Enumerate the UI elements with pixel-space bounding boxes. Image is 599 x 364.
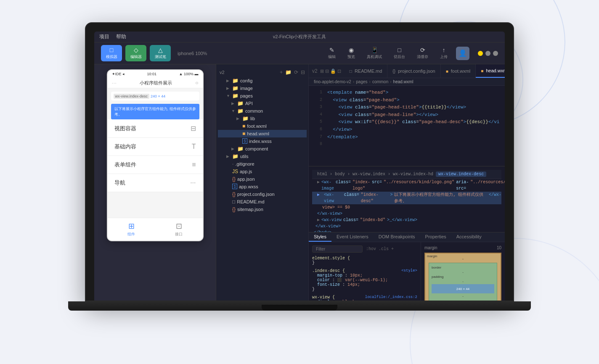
tree-item-readme[interactable]: □ README.md bbox=[218, 198, 307, 206]
toolbar-action-upload[interactable]: ↑ 上传 bbox=[437, 46, 451, 61]
tree-item-app-js[interactable]: JS app.js bbox=[218, 168, 307, 175]
line-number-6: 6 bbox=[312, 126, 322, 133]
toolbar-btn-simulator[interactable]: □ 模拟器 bbox=[101, 45, 122, 61]
tree-item-sitemap[interactable]: {} sitemap.json bbox=[218, 206, 307, 213]
toolbar-action-preview[interactable]: ◉ 预览 bbox=[344, 46, 358, 61]
breadcrumb-part-2: common bbox=[372, 79, 388, 84]
folder-icon: 📁 bbox=[237, 100, 244, 106]
gitignore-file-icon: · bbox=[232, 161, 233, 167]
toolbar-action-device-debug[interactable]: 📱 真机调试 bbox=[363, 46, 385, 61]
clear-cache-label: 清缓存 bbox=[417, 54, 428, 60]
tree-item-config[interactable]: ▶ 📁 config bbox=[218, 77, 307, 84]
folder-icon: 📁 bbox=[237, 146, 244, 152]
phone-menu-icon-3: ··· bbox=[190, 179, 196, 187]
devtools-bc-wxview-index[interactable]: wx-view.index bbox=[353, 172, 385, 177]
color-swatch bbox=[337, 278, 342, 282]
menu-item-help[interactable]: 帮助 bbox=[116, 33, 126, 40]
background-icon: □ bbox=[398, 47, 401, 53]
folder-icon: 📁 bbox=[232, 153, 239, 159]
dom-attr-class: class= bbox=[344, 192, 359, 204]
refresh-icon[interactable]: ⟳ bbox=[294, 69, 298, 75]
toolbar-btn-editor[interactable]: ◇ 编辑器 bbox=[125, 45, 146, 61]
devtools-tab-event-listeners[interactable]: Event Listeners bbox=[331, 232, 374, 242]
code-editor[interactable]: 1 <template name="head"> 2 <view class="… bbox=[309, 86, 505, 166]
toolbar-action-edit[interactable]: ✎ 编辑 bbox=[325, 46, 339, 61]
tree-item-component[interactable]: ▶ 📁 component bbox=[218, 145, 307, 153]
new-file-icon[interactable]: + bbox=[280, 69, 283, 75]
phone-tab-interface[interactable]: ⊡ 接口 bbox=[175, 222, 183, 237]
tree-item-gitignore[interactable]: · .gitignore bbox=[218, 160, 307, 168]
toolbar-left: □ 模拟器 ◇ 编辑器 △ 测试笔 iphone6 100% bbox=[101, 45, 207, 61]
tree-item-label: lib bbox=[250, 116, 255, 121]
tree-item-foot-wxml[interactable]: ■ foot.wxml bbox=[218, 122, 307, 130]
new-folder-icon[interactable]: 📁 bbox=[285, 69, 292, 75]
tree-item-app-wxss[interactable]: 🅂 app.wxss bbox=[218, 183, 307, 190]
tree-item-utils[interactable]: ▶ 📁 utils bbox=[218, 153, 307, 160]
code-content-5: <view wx:if="{{desc}}" class="page-head-… bbox=[327, 119, 499, 126]
js-file-icon: JS bbox=[232, 169, 238, 174]
phone-menu-item-0[interactable]: 视图容器 ⊟ bbox=[108, 119, 203, 138]
dom-arrow-bd[interactable]: ▶ bbox=[317, 217, 320, 223]
style-close-brace: } bbox=[312, 287, 315, 292]
minimize-button[interactable] bbox=[478, 51, 483, 56]
tree-item-project-config[interactable]: {} project.config.json bbox=[218, 190, 307, 198]
tree-item-common[interactable]: ▼ 📁 common bbox=[218, 107, 307, 115]
code-line-7: 7 </template> bbox=[309, 134, 505, 141]
dom-class-val: "index-desc" bbox=[361, 192, 389, 204]
dom-expand-arrow[interactable]: ▶ bbox=[317, 179, 320, 192]
line-number-3: 3 bbox=[312, 104, 322, 111]
style-source-0[interactable]: <style> bbox=[401, 269, 417, 273]
collapse-icon[interactable]: ⊟ bbox=[301, 69, 305, 75]
laptop-notch bbox=[262, 305, 337, 311]
folder-icon: 📁 bbox=[242, 116, 249, 121]
tab-head-wxml[interactable]: ■ head.wxml ✕ bbox=[476, 64, 505, 78]
phone-menu-item-1[interactable]: 基础内容 T bbox=[108, 138, 203, 156]
toolbar-action-clear-cache[interactable]: ⟳ 清缓存 bbox=[413, 46, 432, 61]
devtools-bc-html[interactable]: html bbox=[317, 172, 327, 177]
toolbar-action-background[interactable]: □ 切后台 bbox=[390, 46, 408, 61]
dom-attr-val: "index-logo" bbox=[353, 179, 370, 192]
tree-item-label: project.config.json bbox=[237, 192, 275, 197]
tab-readme[interactable]: □ README.md bbox=[345, 64, 387, 78]
expand-arrow: ▶ bbox=[226, 86, 231, 90]
devtools-bc-active[interactable]: wx-view.index-desc bbox=[436, 171, 486, 177]
devtools-tab-styles[interactable]: Styles bbox=[309, 232, 331, 242]
close-button[interactable] bbox=[493, 51, 498, 56]
style-source-1[interactable]: localfile:/_index.css:2 bbox=[365, 295, 417, 299]
tree-item-head-wxml[interactable]: ■ head.wxml bbox=[218, 130, 307, 137]
devtools-tab-dom-breakpoints[interactable]: DOM Breakpoints bbox=[374, 232, 420, 242]
code-line-6: 6 </view> bbox=[309, 126, 505, 134]
tree-item-label: config bbox=[240, 78, 252, 83]
toolbar-right: ✎ 编辑 ◉ 预览 📱 真机调试 □ 切后台 bbox=[325, 46, 498, 61]
tree-item-pages[interactable]: ▼ 📁 pages bbox=[218, 92, 307, 100]
json-file-icon: {} bbox=[232, 206, 236, 212]
devtools-bc-body[interactable]: body bbox=[335, 172, 345, 177]
app-title: v2-FinClip小程序开发工具 bbox=[273, 34, 326, 40]
tab-project-config[interactable]: {} project.config.json bbox=[387, 64, 440, 78]
phone-menu-item-2[interactable]: 表单组件 ≡ bbox=[108, 156, 203, 174]
tree-item-lib[interactable]: ▶ 📁 lib bbox=[218, 115, 307, 122]
tree-item-index-wxss[interactable]: 🅂 index.wxss bbox=[218, 137, 307, 145]
phone-tab-component[interactable]: ⊞ 组件 bbox=[127, 222, 135, 237]
toolbar-btn-test[interactable]: △ 测试笔 bbox=[150, 45, 171, 61]
devtools-tab-properties[interactable]: Properties bbox=[420, 232, 451, 242]
styles-filter-input[interactable] bbox=[312, 245, 363, 253]
devtools-tab-accessibility[interactable]: Accessibility bbox=[451, 232, 487, 242]
tab-foot-wxml[interactable]: ■ foot.wxml bbox=[441, 64, 476, 78]
box-model-margin-val: 10 bbox=[497, 245, 501, 250]
styles-pseudo-buttons[interactable]: :hov .cls + bbox=[366, 247, 394, 251]
phone-menu-item-3[interactable]: 导航 ··· bbox=[108, 174, 203, 192]
readme-tab-icon: □ bbox=[350, 69, 352, 74]
maximize-button[interactable] bbox=[485, 51, 490, 56]
tree-item-image[interactable]: ▶ 📁 image bbox=[218, 84, 307, 92]
devtools-bc-wxview-indexhd[interactable]: wx-view.index-hd bbox=[393, 172, 433, 177]
phone-content: wx-view.index-desc 240 × 44 以下将展示小程序官方组件… bbox=[108, 92, 203, 218]
style-colon: : bbox=[332, 278, 337, 282]
style-colon: : bbox=[345, 273, 350, 278]
tree-item-api[interactable]: ▶ 📁 API bbox=[218, 100, 307, 107]
menu-item-project[interactable]: 项目 bbox=[99, 33, 109, 40]
tree-item-app-json[interactable]: {} app.json bbox=[218, 175, 307, 183]
user-avatar[interactable]: 👤 bbox=[456, 47, 469, 60]
dom-wx-index-bd: <wx-view bbox=[321, 217, 342, 223]
border-label: border bbox=[432, 266, 494, 269]
